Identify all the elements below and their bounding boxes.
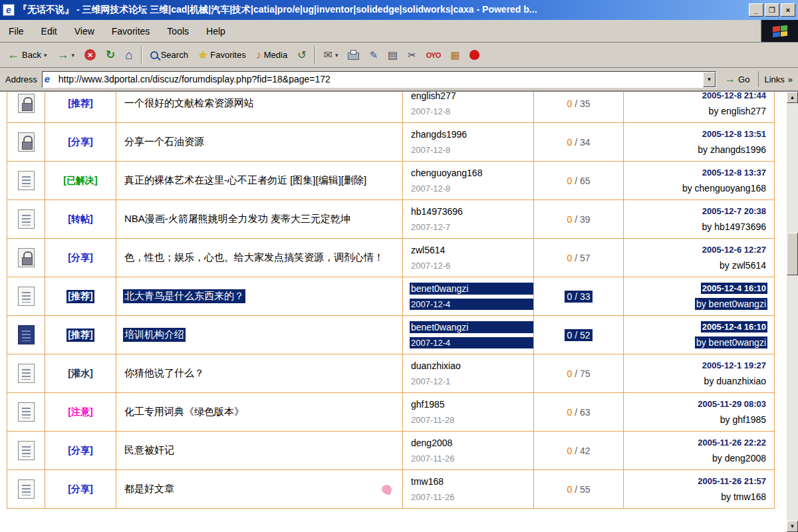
address-dropdown-button[interactable]: ▼ [703, 72, 716, 87]
go-button[interactable]: → Go [721, 72, 753, 86]
last-poster-link[interactable]: by zhangds1996 [696, 144, 767, 156]
thread-icon-cell [7, 200, 45, 238]
last-poster-link[interactable]: by deng2008 [711, 452, 767, 464]
mail-button[interactable]: ✉ ▾ [319, 47, 343, 63]
last-poster-link[interactable]: by benet0wangzi [695, 336, 767, 348]
thread-title-link[interactable]: 分享一个石油资源 [123, 135, 205, 149]
address-field[interactable]: e http://www.3dportal.cn/discuz/forumdis… [42, 71, 716, 88]
thread-title-link[interactable]: 都是好文章 [123, 482, 176, 496]
last-poster-link[interactable]: by ghf1985 [719, 414, 767, 426]
views-count: 33 [580, 291, 591, 302]
thread-row[interactable]: [灌水] 你猜他说了什么？ duanzhixiao 2007-12-1 0 / … [7, 354, 774, 393]
thread-row[interactable]: [分享] 色，性也；娱乐，心也。给大家发点搞笑资源，调剂心情！ zwl5614 … [7, 239, 774, 277]
last-post-date: 2005-12-7 20:38 [701, 205, 767, 217]
thread-title-link[interactable]: 民意被奸记 [123, 444, 176, 458]
lock-icon [18, 132, 35, 152]
last-poster-link[interactable]: by duanzhixiao [703, 375, 767, 387]
thread-replies-cell: 0 / 33 [534, 277, 624, 315]
forward-button[interactable]: → ▾ [52, 47, 79, 63]
author-link[interactable]: zwl5614 [410, 244, 533, 256]
replies-separator: / [572, 253, 580, 263]
thread-row[interactable]: [转帖] NBA漫画-火箭屠熊姚明全力发功 麦蒂大三元定乾坤 hb1497369… [7, 200, 774, 239]
restore-button[interactable]: ❐ [765, 3, 779, 17]
close-button[interactable]: × [781, 3, 795, 17]
thread-replies-cell: 0 / 65 [534, 162, 624, 200]
author-link[interactable]: ghf1985 [410, 398, 533, 410]
print-button[interactable] [343, 47, 364, 63]
scrollbar-thumb[interactable] [787, 233, 798, 275]
last-poster-link[interactable]: by tmw168 [720, 491, 767, 503]
thread-title-link[interactable]: 北大青鸟是什么东西来的？ [123, 289, 245, 303]
mail-dropdown-icon[interactable]: ▾ [335, 52, 338, 59]
author-link[interactable]: benet0wangzi [410, 321, 533, 333]
qq-icon [469, 50, 479, 60]
thread-title-link[interactable]: 真正的裸体艺术在这里-心不正者勿近 [图集][编辑][删除] [123, 174, 368, 188]
thread-start-date: 2007-12-4 [410, 337, 533, 348]
back-button[interactable]: ← Back ▾ [3, 47, 51, 63]
thread-title-link[interactable]: 色，性也；娱乐，心也。给大家发点搞笑资源，调剂心情！ [123, 251, 385, 265]
menu-file[interactable]: File [0, 20, 33, 42]
messenger-button[interactable]: OYO [422, 49, 445, 62]
favorites-button[interactable]: ★ Favorites [194, 47, 251, 63]
thread-row[interactable]: [推荐] 北大青鸟是什么东西来的？ benet0wangzi 2007-12-4… [7, 277, 774, 316]
author-link[interactable]: benet0wangzi [410, 283, 533, 295]
thread-row[interactable]: [已解决] 真正的裸体艺术在这里-心不正者勿近 [图集][编辑][删除] che… [7, 162, 774, 200]
thread-row[interactable]: [推荐] 培训机构介绍 benet0wangzi 2007-12-4 0 / 5… [7, 316, 774, 354]
refresh-button[interactable]: ↻ [101, 47, 120, 63]
links-chevron-icon[interactable]: » [788, 74, 793, 84]
thread-title-link[interactable]: 化工专用词典《绿色版本》 [123, 405, 245, 419]
thread-row[interactable]: [分享] 民意被奸记 deng2008 2007-11-26 0 / 42 20… [7, 432, 774, 470]
thread-row[interactable]: [推荐] 一个很好的文献检索资源网站 english277 2007-12-8 … [7, 92, 774, 123]
thread-title-link[interactable]: 一个很好的文献检索资源网站 [123, 96, 255, 110]
scroll-down-button[interactable]: ▼ [787, 521, 798, 532]
menu-help[interactable]: Help [198, 20, 234, 42]
media-button[interactable]: ♪ Media [251, 47, 292, 63]
last-poster-link[interactable]: by hb14973696 [700, 221, 767, 233]
menu-favorites[interactable]: Favorites [103, 20, 159, 42]
author-link[interactable]: zhangds1996 [410, 128, 533, 140]
edit-button[interactable]: ✎ [364, 47, 382, 63]
scroll-up-button[interactable]: ▲ [787, 92, 798, 103]
stop-icon: × [84, 49, 96, 61]
thread-row[interactable]: [分享] 分享一个石油资源 zhangds1996 2007-12-8 0 / … [7, 123, 774, 162]
author-link[interactable]: deng2008 [410, 437, 533, 449]
windows-flag-icon [773, 25, 787, 37]
thread-tag-cell: [灌水] [45, 354, 116, 392]
document-icon [18, 479, 35, 499]
thread-row[interactable]: [分享] 都是好文章 tmw168 2007-11-26 0 / 55 2005… [7, 470, 774, 509]
stop-button[interactable]: × [80, 47, 100, 63]
discuss-button[interactable]: ▤ [383, 47, 402, 63]
author-link[interactable]: tmw168 [410, 475, 533, 487]
last-poster-link[interactable]: by benet0wangzi [695, 298, 767, 310]
thread-title-link[interactable]: 培训机构介绍 [123, 328, 186, 342]
thread-title-link[interactable]: NBA漫画-火箭屠熊姚明全力发功 麦蒂大三元定乾坤 [123, 212, 352, 226]
author-link[interactable]: hb14973696 [410, 205, 533, 217]
apps-button[interactable]: ▦ [446, 47, 464, 63]
author-link[interactable]: english277 [410, 92, 533, 102]
url-text[interactable]: http://www.3dportal.cn/discuz/forumdispl… [59, 74, 700, 84]
qq-button[interactable] [465, 47, 484, 63]
vertical-scrollbar[interactable]: ▲ ▼ [787, 92, 798, 532]
back-dropdown-icon[interactable]: ▾ [44, 52, 47, 59]
address-label: Address [5, 74, 37, 84]
last-poster-link[interactable]: by english277 [708, 105, 767, 117]
menu-view[interactable]: View [66, 20, 103, 42]
last-poster-link[interactable]: by chenguoyang168 [681, 182, 767, 194]
menu-tools[interactable]: Tools [158, 20, 198, 42]
minimize-button[interactable]: _ [749, 3, 763, 17]
forward-dropdown-icon[interactable]: ▾ [71, 52, 74, 59]
links-bar[interactable]: Links » [758, 71, 793, 87]
thread-tag: [推荐] [66, 97, 94, 110]
history-button[interactable]: ↺ [293, 47, 311, 63]
last-poster-link[interactable]: by zwl5614 [718, 259, 767, 271]
cut-button[interactable]: ✂ [403, 47, 421, 63]
author-link[interactable]: duanzhixiao [410, 360, 533, 372]
menu-edit[interactable]: Edit [33, 20, 66, 42]
last-post-cell: 2005-11-26 21:57 by tmw168 [624, 470, 774, 508]
thread-title-link[interactable]: 你猜他说了什么？ [123, 366, 205, 380]
home-button[interactable]: ⌂ [120, 47, 137, 63]
search-button[interactable]: Search [146, 47, 193, 63]
replies-views: 0 / 35 [565, 98, 592, 110]
thread-row[interactable]: [注意] 化工专用词典《绿色版本》 ghf1985 2007-11-28 0 /… [7, 393, 774, 432]
author-link[interactable]: chenguoyang168 [410, 167, 533, 179]
